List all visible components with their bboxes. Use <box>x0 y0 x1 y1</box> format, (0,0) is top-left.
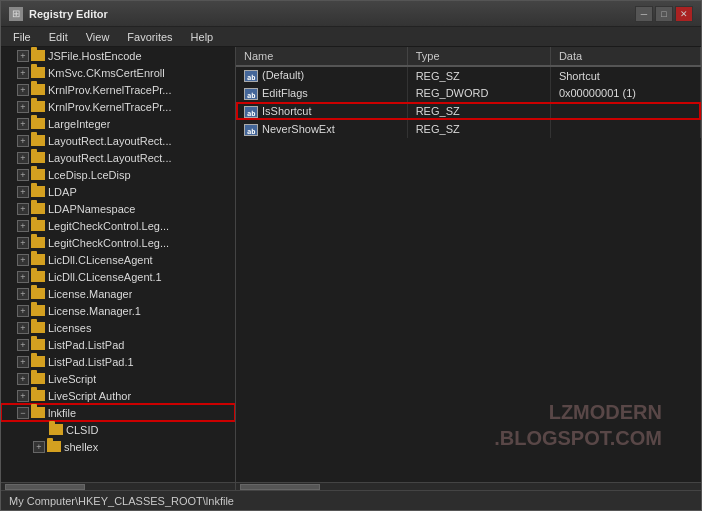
folder-icon <box>31 101 45 112</box>
cell-name: ab(Default) <box>236 66 407 84</box>
tree-item-legit2[interactable]: +LegitCheckControl.Leg... <box>1 234 235 251</box>
tree-label: ListPad.ListPad <box>48 339 124 351</box>
tree-item-lcedisp[interactable]: +LceDisp.LceDisp <box>1 166 235 183</box>
tree-expander[interactable]: + <box>17 288 29 300</box>
cell-data: 0x00000001 (1) <box>550 84 700 102</box>
tree-item-licensemgr[interactable]: +License.Manager <box>1 285 235 302</box>
tree-expander[interactable]: + <box>17 169 29 181</box>
tree-horizontal-scrollbar[interactable] <box>1 482 235 490</box>
tree-label: License.Manager.1 <box>48 305 141 317</box>
cell-type: REG_SZ <box>407 120 550 138</box>
folder-icon <box>31 407 45 418</box>
tree-expander[interactable]: + <box>17 322 29 334</box>
cell-name: abNeverShowExt <box>236 120 407 138</box>
tree-label: shellex <box>64 441 98 453</box>
registry-table[interactable]: Name Type Data ab(Default)REG_SZShortcut… <box>236 47 701 482</box>
table-row[interactable]: ab(Default)REG_SZShortcut <box>236 66 701 84</box>
tree-item-layoutrect2[interactable]: +LayoutRect.LayoutRect... <box>1 149 235 166</box>
tree-expander[interactable]: + <box>17 186 29 198</box>
tree-expander[interactable]: + <box>17 84 29 96</box>
maximize-button[interactable]: □ <box>655 6 673 22</box>
tree-label: LiveScript <box>48 373 96 385</box>
tree-item-licenses[interactable]: +Licenses <box>1 319 235 336</box>
menu-edit[interactable]: Edit <box>41 29 76 45</box>
tree-item-largeint[interactable]: +LargeInteger <box>1 115 235 132</box>
tree-item-ldap[interactable]: +LDAP <box>1 183 235 200</box>
tree-item-krnlprov2[interactable]: +KrnlProv.KernelTracePr... <box>1 98 235 115</box>
tree-expander[interactable]: + <box>17 220 29 232</box>
main-window: ⊞ Registry Editor ─ □ ✕ File Edit View F… <box>0 0 702 511</box>
tree-item-kmsvc[interactable]: +KmSvc.CKmsCertEnroll <box>1 64 235 81</box>
tree-label: LDAPNamespace <box>48 203 135 215</box>
menu-file[interactable]: File <box>5 29 39 45</box>
tree-expander[interactable]: + <box>17 203 29 215</box>
right-panel: Name Type Data ab(Default)REG_SZShortcut… <box>236 47 701 490</box>
right-horizontal-scrollbar[interactable] <box>236 482 701 490</box>
tree-item-layoutrect1[interactable]: +LayoutRect.LayoutRect... <box>1 132 235 149</box>
tree-label: CLSID <box>66 424 98 436</box>
table-row[interactable]: abEditFlagsREG_DWORD0x00000001 (1) <box>236 84 701 102</box>
tree-label: LargeInteger <box>48 118 110 130</box>
tree-item-licdll2[interactable]: +LicDll.CLicenseAgent.1 <box>1 268 235 285</box>
col-type: Type <box>407 47 550 66</box>
table-row[interactable]: abNeverShowExtREG_SZ <box>236 120 701 138</box>
close-button[interactable]: ✕ <box>675 6 693 22</box>
folder-icon <box>31 288 45 299</box>
folder-icon <box>31 84 45 95</box>
folder-icon <box>31 356 45 367</box>
tree-label: JSFile.HostEncode <box>48 50 142 62</box>
tree-expander[interactable]: + <box>17 135 29 147</box>
folder-icon <box>31 152 45 163</box>
menu-bar: File Edit View Favorites Help <box>1 27 701 47</box>
folder-icon <box>31 186 45 197</box>
tree-label: LegitCheckControl.Leg... <box>48 237 169 249</box>
tree-expander[interactable]: + <box>17 50 29 62</box>
folder-icon <box>31 254 45 265</box>
right-scrollbar-thumb[interactable] <box>240 484 320 490</box>
tree-scrollbar-thumb[interactable] <box>5 484 85 490</box>
tree-expander[interactable]: + <box>17 237 29 249</box>
tree-item-livescriptauthor[interactable]: +LiveScript Author <box>1 387 235 404</box>
tree-expander[interactable]: + <box>17 305 29 317</box>
tree-expander[interactable]: + <box>17 152 29 164</box>
tree-item-licensemgr1[interactable]: +License.Manager.1 <box>1 302 235 319</box>
tree-expander[interactable]: + <box>17 373 29 385</box>
tree-expander[interactable]: + <box>17 390 29 402</box>
tree-item-livescript[interactable]: +LiveScript <box>1 370 235 387</box>
tree-item-jsfile[interactable]: +JSFile.HostEncode <box>1 47 235 64</box>
tree-item-lnkfile[interactable]: −lnkfile <box>1 404 235 421</box>
folder-icon <box>47 441 61 452</box>
tree-expander[interactable]: + <box>17 339 29 351</box>
tree-item-krnlprov1[interactable]: +KrnlProv.KernelTracePr... <box>1 81 235 98</box>
tree-scroll[interactable]: +JSFile.HostEncode+KmSvc.CKmsCertEnroll+… <box>1 47 235 482</box>
tree-expander[interactable]: + <box>17 67 29 79</box>
tree-expander[interactable]: − <box>17 407 29 419</box>
tree-expander[interactable]: + <box>17 356 29 368</box>
tree-item-licdll1[interactable]: +LicDll.CLicenseAgent <box>1 251 235 268</box>
tree-item-shellex[interactable]: +shellex <box>1 438 235 455</box>
tree-item-listpad1[interactable]: +ListPad.ListPad.1 <box>1 353 235 370</box>
menu-view[interactable]: View <box>78 29 118 45</box>
minimize-button[interactable]: ─ <box>635 6 653 22</box>
tree-label: LegitCheckControl.Leg... <box>48 220 169 232</box>
tree-label: License.Manager <box>48 288 132 300</box>
table-header: Name Type Data <box>236 47 701 66</box>
tree-expander[interactable]: + <box>33 441 45 453</box>
tree-label: LayoutRect.LayoutRect... <box>48 152 172 164</box>
tree-item-ldapns[interactable]: +LDAPNamespace <box>1 200 235 217</box>
reg-icon: ab <box>244 106 258 118</box>
tree-label: LDAP <box>48 186 77 198</box>
tree-item-clsid[interactable]: CLSID <box>1 421 235 438</box>
tree-item-legit1[interactable]: +LegitCheckControl.Leg... <box>1 217 235 234</box>
tree-expander[interactable]: + <box>17 118 29 130</box>
col-name: Name <box>236 47 407 66</box>
cell-name: abIsShortcut <box>236 102 407 120</box>
folder-icon <box>31 237 45 248</box>
tree-expander[interactable]: + <box>17 254 29 266</box>
table-row[interactable]: abIsShortcutREG_SZ <box>236 102 701 120</box>
menu-help[interactable]: Help <box>183 29 222 45</box>
menu-favorites[interactable]: Favorites <box>119 29 180 45</box>
tree-item-listpad[interactable]: +ListPad.ListPad <box>1 336 235 353</box>
tree-expander[interactable]: + <box>17 271 29 283</box>
tree-expander[interactable]: + <box>17 101 29 113</box>
